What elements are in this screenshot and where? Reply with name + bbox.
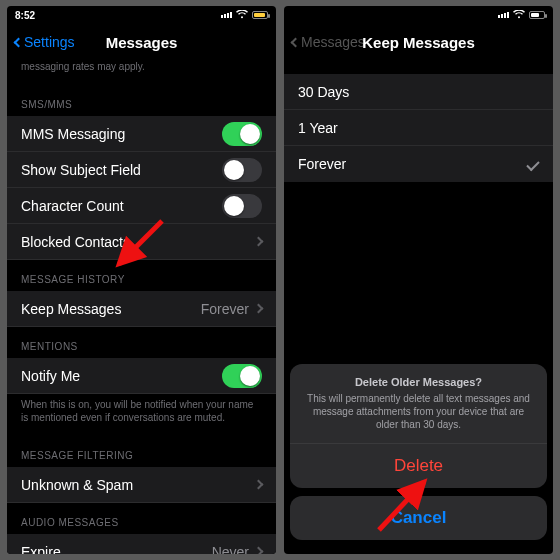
sheet-cancel-group: Cancel xyxy=(290,496,547,540)
chevron-right-icon xyxy=(254,237,264,247)
option-1-year[interactable]: 1 Year xyxy=(284,110,553,146)
sheet-title: Delete Older Messages? xyxy=(304,376,533,388)
section-header-audio: AUDIO MESSAGES xyxy=(7,503,276,534)
back-label: Messages xyxy=(301,34,365,50)
mentions-note: When this is on, you will be notified wh… xyxy=(7,394,276,436)
status-time: 8:52 xyxy=(15,10,35,21)
keep-messages-screen: Messages Keep Messages 30 Days 1 Year Fo… xyxy=(284,6,553,554)
option-30-days[interactable]: 30 Days xyxy=(284,74,553,110)
row-show-subject[interactable]: Show Subject Field xyxy=(7,152,276,188)
status-bar xyxy=(284,6,553,24)
signal-icon xyxy=(221,12,232,18)
row-label: Keep Messages xyxy=(21,301,121,317)
section-header-history: MESSAGE HISTORY xyxy=(7,260,276,291)
cancel-button[interactable]: Cancel xyxy=(290,496,547,540)
row-value: Forever xyxy=(201,301,249,317)
check-icon xyxy=(526,157,539,170)
sheet-header: Delete Older Messages? This will permane… xyxy=(290,364,547,444)
row-label: Character Count xyxy=(21,198,124,214)
chevron-left-icon xyxy=(291,37,301,47)
row-label: Unknown & Spam xyxy=(21,477,133,493)
row-mms-messaging[interactable]: MMS Messaging xyxy=(7,116,276,152)
row-blocked-contacts[interactable]: Blocked Contacts xyxy=(7,224,276,260)
section-header-filter: MESSAGE FILTERING xyxy=(7,436,276,467)
back-button[interactable]: Settings xyxy=(15,34,75,50)
row-label: Expire xyxy=(21,544,61,555)
sheet-message: This will permanently delete all text me… xyxy=(304,392,533,431)
row-notify-me[interactable]: Notify Me xyxy=(7,358,276,394)
top-note: messaging rates may apply. xyxy=(7,60,276,85)
row-label: Forever xyxy=(298,156,346,172)
row-label: 1 Year xyxy=(298,120,338,136)
nav-bar: Settings Messages xyxy=(7,24,276,60)
toggle-notify[interactable] xyxy=(222,364,262,388)
status-bar: 8:52 xyxy=(7,6,276,24)
toggle-charcount[interactable] xyxy=(222,194,262,218)
row-label: 30 Days xyxy=(298,84,349,100)
battery-icon xyxy=(529,11,545,19)
battery-icon xyxy=(252,11,268,19)
chevron-right-icon xyxy=(254,304,264,314)
signal-icon xyxy=(498,12,509,18)
back-label: Settings xyxy=(24,34,75,50)
chevron-left-icon xyxy=(14,37,24,47)
section-header-mentions: MENTIONS xyxy=(7,327,276,358)
row-value: Never xyxy=(212,544,249,555)
row-label: MMS Messaging xyxy=(21,126,125,142)
chevron-right-icon xyxy=(254,547,264,554)
toggle-mms[interactable] xyxy=(222,122,262,146)
chevron-right-icon xyxy=(254,480,264,490)
action-sheet: Delete Older Messages? This will permane… xyxy=(290,364,547,548)
row-label: Blocked Contacts xyxy=(21,234,130,250)
option-forever[interactable]: Forever xyxy=(284,146,553,182)
back-button[interactable]: Messages xyxy=(292,34,365,50)
row-expire[interactable]: Expire Never xyxy=(7,534,276,554)
delete-button[interactable]: Delete xyxy=(290,444,547,488)
sheet-main-group: Delete Older Messages? This will permane… xyxy=(290,364,547,488)
row-label: Show Subject Field xyxy=(21,162,141,178)
row-character-count[interactable]: Character Count xyxy=(7,188,276,224)
settings-list: messaging rates may apply. SMS/MMS MMS M… xyxy=(7,60,276,554)
messages-settings-screen: 8:52 Settings Messages messaging rates m… xyxy=(7,6,276,554)
row-unknown-spam[interactable]: Unknown & Spam xyxy=(7,467,276,503)
row-keep-messages[interactable]: Keep Messages Forever xyxy=(7,291,276,327)
section-header-sms: SMS/MMS xyxy=(7,85,276,116)
toggle-subject[interactable] xyxy=(222,158,262,182)
row-label: Notify Me xyxy=(21,368,80,384)
nav-bar: Messages Keep Messages xyxy=(284,24,553,60)
wifi-icon xyxy=(513,10,525,21)
wifi-icon xyxy=(236,10,248,21)
